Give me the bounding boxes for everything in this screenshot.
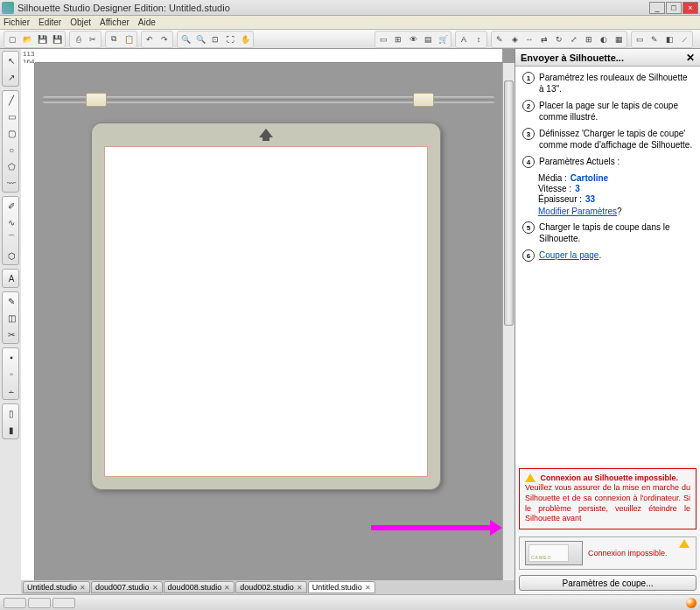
trace-icon[interactable]: ✎ bbox=[493, 32, 507, 46]
menu-view[interactable]: Afficher bbox=[100, 18, 130, 27]
offset-icon[interactable]: ◈ bbox=[508, 32, 522, 46]
menu-file[interactable]: Fichier bbox=[4, 18, 30, 27]
tab-3[interactable]: doud002.studio✕ bbox=[235, 581, 307, 593]
text-tool-icon[interactable]: A bbox=[4, 270, 19, 286]
step-1-num: 1 bbox=[522, 72, 535, 84]
select-tool-icon[interactable]: ↖ bbox=[4, 53, 19, 68]
open-icon[interactable]: 📂 bbox=[20, 32, 34, 46]
tab-close-icon[interactable]: ✕ bbox=[80, 584, 86, 592]
move-front-icon[interactable]: ▮ bbox=[4, 422, 19, 438]
ruler-horizontal bbox=[35, 49, 502, 63]
eraser-tool-icon[interactable]: ◫ bbox=[4, 310, 19, 326]
rect-tool-icon[interactable]: ▭ bbox=[4, 109, 19, 124]
select-icon[interactable]: ▭ bbox=[376, 32, 390, 46]
polygon-tool-icon[interactable]: ⬠ bbox=[4, 158, 19, 174]
arc-tool-icon[interactable]: ⌒ bbox=[4, 231, 19, 247]
store-icon[interactable]: 🛒 bbox=[436, 32, 450, 46]
tab-0[interactable]: Untitled.studio✕ bbox=[23, 581, 90, 593]
copy-icon[interactable]: ⧉ bbox=[107, 32, 121, 46]
preview-icon[interactable]: 👁 bbox=[406, 32, 420, 46]
modify-params-link[interactable]: Modifier Paramètres bbox=[538, 207, 617, 216]
minimize-button[interactable]: _ bbox=[649, 2, 665, 14]
window-title: Silhouette Studio Designer Edition: Unti… bbox=[18, 3, 649, 13]
cut-page-link[interactable]: Couper la page bbox=[539, 250, 598, 260]
roller-bar bbox=[42, 93, 495, 107]
status-seg-1[interactable] bbox=[4, 598, 26, 608]
menu-edit[interactable]: Editer bbox=[38, 18, 61, 27]
scroll-thumb-vertical[interactable] bbox=[504, 81, 514, 326]
paste-icon[interactable]: 📋 bbox=[122, 32, 136, 46]
save-icon[interactable]: 💾 bbox=[35, 32, 49, 46]
knife-tool-icon[interactable]: ✂ bbox=[4, 326, 19, 342]
toolbar: ▢ 📂 💾 💾 ⎙ ✂ ⧉ 📋 ↶ ↷ 🔍 🔍 ⊡ ⛶ ✋ ▭ ⊞ 👁 ▤ 🛒 … bbox=[0, 30, 700, 49]
cut-icon[interactable]: ✂ bbox=[86, 32, 100, 46]
save-as-icon[interactable]: 💾 bbox=[50, 32, 64, 46]
regpoly-tool-icon[interactable]: ⬡ bbox=[4, 248, 19, 263]
panel-close-icon[interactable]: ✕ bbox=[686, 52, 695, 64]
move-back-icon[interactable]: ▯ bbox=[4, 405, 19, 421]
scrollbar-vertical[interactable] bbox=[502, 63, 514, 582]
zoom-select-icon[interactable]: ⊡ bbox=[208, 32, 222, 46]
library-icon[interactable]: ▤ bbox=[421, 32, 435, 46]
replicate-icon[interactable]: ⊞ bbox=[582, 32, 596, 46]
tab-1[interactable]: doud007.studio✕ bbox=[91, 581, 163, 593]
line-tool-icon[interactable]: ╱ bbox=[4, 92, 19, 108]
scale-icon[interactable]: ⤢ bbox=[567, 32, 581, 46]
tab-close-icon[interactable]: ✕ bbox=[224, 584, 230, 592]
curve-tool-icon[interactable]: 〰 bbox=[4, 175, 19, 191]
thickness-value: 33 bbox=[585, 194, 595, 204]
line-style-icon[interactable]: ✎ bbox=[648, 32, 662, 46]
ellipse-tool-icon[interactable]: ○ bbox=[4, 142, 19, 158]
step-2-num: 2 bbox=[522, 100, 535, 112]
canvas[interactable] bbox=[35, 63, 502, 582]
maximize-button[interactable]: □ bbox=[666, 2, 682, 14]
media-label: Média : bbox=[538, 173, 567, 183]
spacer-icon[interactable]: ▫ bbox=[4, 366, 19, 382]
current-params: Média :Cartoline Vitesse :3 Épaisseur :3… bbox=[538, 173, 693, 216]
new-icon[interactable]: ▢ bbox=[5, 32, 19, 46]
tab-4[interactable]: Untitled.studio✕ bbox=[308, 581, 375, 593]
tab-2[interactable]: doud008.studio✕ bbox=[164, 581, 235, 593]
fill-icon[interactable]: ◧ bbox=[662, 32, 676, 46]
close-button[interactable]: × bbox=[682, 2, 698, 14]
align-icon[interactable]: ↔ bbox=[522, 32, 536, 46]
step-3-num: 3 bbox=[522, 128, 535, 140]
status-seg-3[interactable] bbox=[52, 598, 75, 608]
text-icon[interactable]: A bbox=[457, 32, 471, 46]
zoom-fit-icon[interactable]: ⛶ bbox=[223, 32, 237, 46]
status-seg-2[interactable] bbox=[28, 598, 51, 608]
step-4-text: Paramètres Actuels : bbox=[539, 156, 693, 168]
edit-points-icon[interactable]: ↗ bbox=[4, 69, 19, 85]
zoom-out-icon[interactable]: 🔍 bbox=[193, 32, 207, 46]
rrect-tool-icon[interactable]: ▢ bbox=[4, 125, 19, 141]
print-icon[interactable]: ⎙ bbox=[71, 32, 85, 46]
tab-close-icon[interactable]: ✕ bbox=[297, 584, 303, 592]
pan-icon[interactable]: ✋ bbox=[238, 32, 252, 46]
page[interactable] bbox=[104, 146, 428, 477]
redo-icon[interactable]: ↷ bbox=[158, 32, 172, 46]
cut-settings-button[interactable]: Paramètres de coupe... bbox=[519, 575, 696, 591]
zoom-in-icon[interactable]: 🔍 bbox=[178, 32, 192, 46]
tab-close-icon[interactable]: ✕ bbox=[152, 584, 158, 592]
thickness-label: Épaisseur : bbox=[538, 194, 582, 204]
menu-object[interactable]: Objet bbox=[70, 18, 91, 27]
step-2-text: Placer la page sur le tapis de coupe com… bbox=[539, 100, 693, 123]
tab-close-icon[interactable]: ✕ bbox=[365, 584, 371, 592]
warning-box: Connexion au Silhouette impossible. Veui… bbox=[519, 468, 696, 529]
regmark-icon[interactable]: ⊞ bbox=[391, 32, 405, 46]
app-icon bbox=[2, 2, 14, 14]
eyedrop-icon[interactable]: ▪ bbox=[4, 349, 19, 365]
ruler-tool-icon[interactable]: ⫠ bbox=[4, 382, 19, 398]
text-style-icon[interactable]: ↕ bbox=[472, 32, 486, 46]
cut-style-icon[interactable]: ⟋ bbox=[677, 32, 691, 46]
undo-icon[interactable]: ↶ bbox=[143, 32, 157, 46]
smooth-tool-icon[interactable]: ∿ bbox=[4, 214, 19, 230]
mirror-icon[interactable]: ⇄ bbox=[537, 32, 551, 46]
menu-help[interactable]: Aide bbox=[138, 18, 156, 27]
rotate-icon[interactable]: ↻ bbox=[552, 32, 566, 46]
draw-note-icon[interactable]: ✎ bbox=[4, 293, 19, 309]
freehand-tool-icon[interactable]: ✐ bbox=[4, 198, 19, 214]
page-setup-icon[interactable]: ▭ bbox=[633, 32, 647, 46]
modify-icon[interactable]: ◐ bbox=[597, 32, 611, 46]
grid-icon[interactable]: ▦ bbox=[612, 32, 626, 46]
